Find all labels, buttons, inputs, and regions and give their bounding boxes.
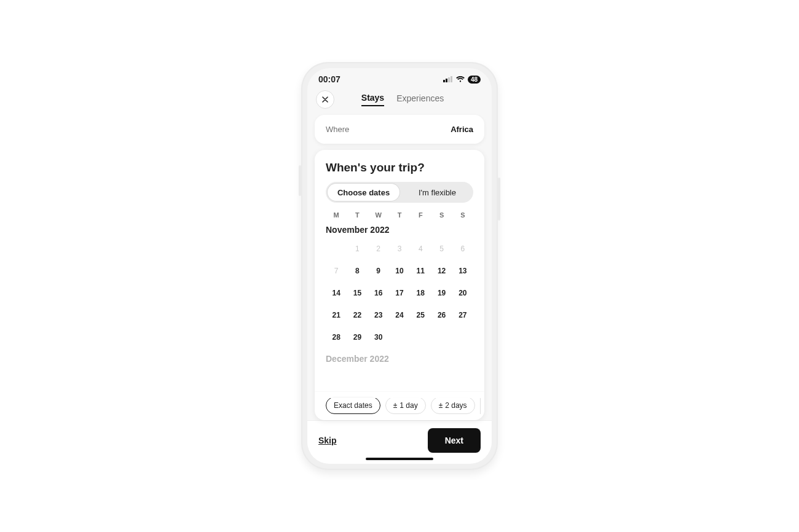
day-1: 1 bbox=[347, 240, 368, 258]
wifi-icon bbox=[456, 76, 465, 82]
svg-rect-0 bbox=[443, 80, 445, 82]
seg-flexible[interactable]: I'm flexible bbox=[401, 182, 473, 203]
close-icon bbox=[322, 96, 328, 103]
battery-level-icon: 48 bbox=[468, 76, 481, 84]
tab-experiences[interactable]: Experiences bbox=[396, 93, 444, 106]
status-bar: 00:07 48 bbox=[307, 68, 492, 90]
phone-frame: 00:07 48 Stays Experiences bbox=[301, 62, 498, 470]
month-title-dec-peek: December 2022 bbox=[326, 354, 473, 364]
skip-link[interactable]: Skip bbox=[318, 436, 337, 445]
pill-exact-dates[interactable]: Exact dates bbox=[326, 397, 380, 414]
day-21[interactable]: 21 bbox=[326, 306, 347, 324]
close-button[interactable] bbox=[316, 90, 334, 109]
day-14[interactable]: 14 bbox=[326, 284, 347, 302]
next-button[interactable]: Next bbox=[428, 428, 481, 453]
day-20[interactable]: 20 bbox=[452, 284, 473, 302]
pill-plus-minus-2-days[interactable]: ± 2 days bbox=[431, 397, 475, 414]
day-3: 3 bbox=[389, 240, 410, 258]
day-12[interactable]: 12 bbox=[431, 262, 452, 280]
day-15[interactable]: 15 bbox=[347, 284, 368, 302]
cellular-icon bbox=[443, 76, 453, 82]
day-29[interactable]: 29 bbox=[347, 328, 368, 346]
day-22[interactable]: 22 bbox=[347, 306, 368, 324]
days-grid-nov: 1234567891011121314151617181920212223242… bbox=[326, 240, 473, 346]
day-27[interactable]: 27 bbox=[452, 306, 473, 324]
pill-2-days-label: 2 days bbox=[445, 401, 466, 410]
when-title: When's your trip? bbox=[315, 161, 484, 182]
weekday-0: M bbox=[326, 211, 347, 219]
date-mode-segmented: Choose dates I'm flexible bbox=[326, 182, 473, 203]
where-value: Africa bbox=[451, 125, 473, 134]
header-row: Stays Experiences bbox=[307, 90, 492, 115]
svg-rect-2 bbox=[448, 77, 450, 82]
status-icons: 48 bbox=[443, 76, 481, 84]
day-30[interactable]: 30 bbox=[368, 328, 389, 346]
screen: 00:07 48 Stays Experiences bbox=[307, 68, 492, 464]
day-9[interactable]: 9 bbox=[368, 262, 389, 280]
calendar-scroll[interactable]: MTWTFSS November 2022 123456789101112131… bbox=[315, 211, 484, 391]
month-title-nov: November 2022 bbox=[326, 225, 473, 235]
day-24[interactable]: 24 bbox=[389, 306, 410, 324]
day-18[interactable]: 18 bbox=[410, 284, 431, 302]
where-label: Where bbox=[326, 125, 349, 134]
status-time: 00:07 bbox=[318, 74, 340, 84]
weekday-4: F bbox=[410, 211, 431, 219]
day-11[interactable]: 11 bbox=[410, 262, 431, 280]
weekday-3: T bbox=[389, 211, 410, 219]
day-28[interactable]: 28 bbox=[326, 328, 347, 346]
day-16[interactable]: 16 bbox=[368, 284, 389, 302]
plus-minus-icon: ± bbox=[393, 401, 398, 410]
svg-rect-1 bbox=[446, 79, 447, 82]
day-2: 2 bbox=[368, 240, 389, 258]
plus-minus-icon: ± bbox=[439, 401, 443, 410]
day-17[interactable]: 17 bbox=[389, 284, 410, 302]
seg-choose-dates[interactable]: Choose dates bbox=[328, 184, 399, 201]
day-10[interactable]: 10 bbox=[389, 262, 410, 280]
day-6: 6 bbox=[452, 240, 473, 258]
when-panel: When's your trip? Choose dates I'm flexi… bbox=[315, 150, 484, 420]
pill-more-peek[interactable] bbox=[480, 397, 481, 414]
day-19[interactable]: 19 bbox=[431, 284, 452, 302]
weekday-1: T bbox=[347, 211, 368, 219]
day-5: 5 bbox=[431, 240, 452, 258]
day-26[interactable]: 26 bbox=[431, 306, 452, 324]
pill-plus-minus-1-day[interactable]: ± 1 day bbox=[385, 397, 426, 414]
day-13[interactable]: 13 bbox=[452, 262, 473, 280]
day-8[interactable]: 8 bbox=[347, 262, 368, 280]
day-empty bbox=[326, 240, 347, 258]
weekday-5: S bbox=[431, 211, 452, 219]
weekday-2: W bbox=[368, 211, 389, 219]
pill-1-day-label: 1 day bbox=[399, 401, 417, 410]
day-25[interactable]: 25 bbox=[410, 306, 431, 324]
weekday-header: MTWTFSS bbox=[326, 211, 473, 219]
weekday-6: S bbox=[452, 211, 473, 219]
top-tabs: Stays Experiences bbox=[340, 93, 483, 106]
tab-stays[interactable]: Stays bbox=[361, 93, 384, 106]
where-selector[interactable]: Where Africa bbox=[315, 115, 484, 144]
day-4: 4 bbox=[410, 240, 431, 258]
date-flex-pills: Exact dates ± 1 day ± 2 days bbox=[315, 391, 484, 420]
day-7: 7 bbox=[326, 262, 347, 280]
svg-rect-3 bbox=[451, 76, 452, 82]
day-23[interactable]: 23 bbox=[368, 306, 389, 324]
home-indicator bbox=[366, 458, 433, 460]
